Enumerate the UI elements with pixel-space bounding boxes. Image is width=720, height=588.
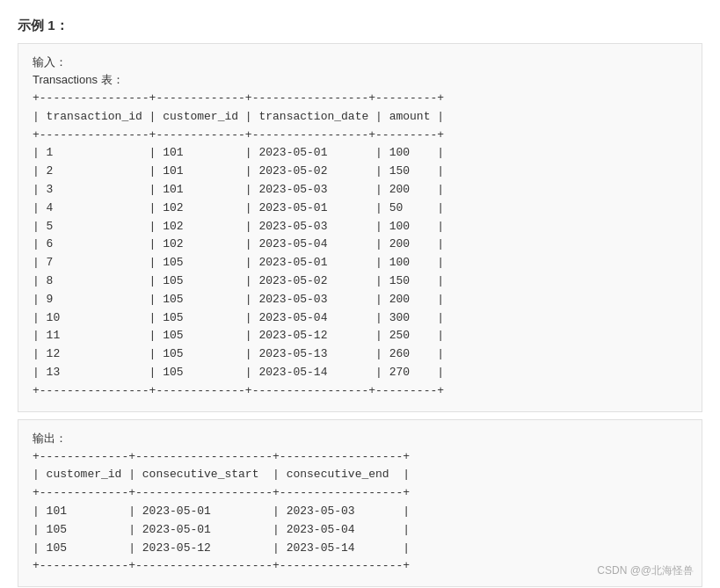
output-section: 输出： +-------------+--------------------+… (18, 419, 702, 588)
page-container: 示例 1： 输入： Transactions 表： +-------------… (18, 18, 702, 587)
section-title: 示例 1： (18, 18, 702, 34)
input-section: 输入： Transactions 表： +----------------+--… (18, 43, 702, 412)
output-label: 输出： (33, 431, 687, 446)
table-name: Transactions 表： (33, 72, 687, 88)
watermark: CSDN @@北海怪兽 (597, 563, 694, 578)
output-table: +-------------+--------------------+----… (33, 448, 687, 577)
input-label: 输入： (33, 54, 687, 70)
input-table: +----------------+-------------+--------… (33, 90, 687, 401)
